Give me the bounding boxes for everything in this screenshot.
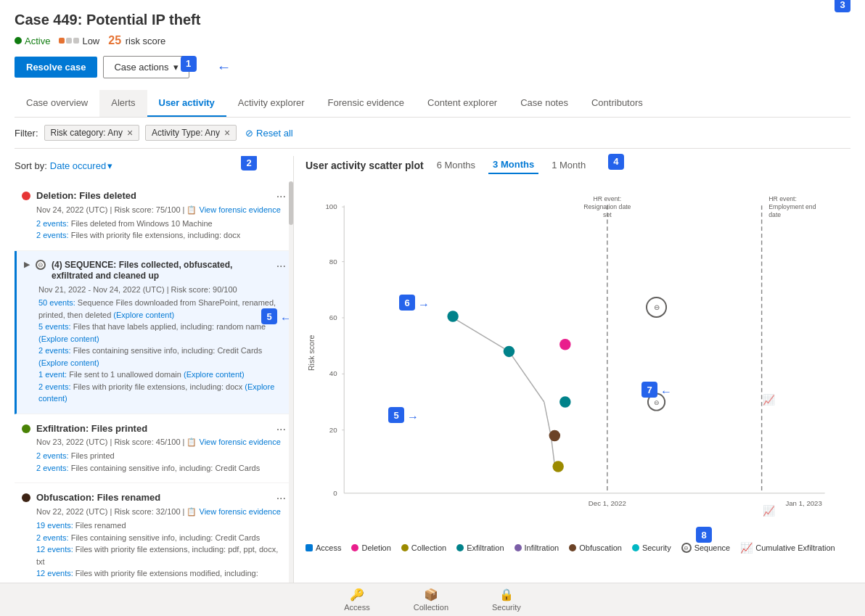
tab-case-overview[interactable]: Case overview — [15, 90, 99, 117]
case-actions-label: Case actions — [114, 62, 168, 73]
time-1-month-button[interactable]: 1 Month — [547, 157, 590, 173]
annotation-2: 2 — [241, 156, 257, 171]
time-6-months-button[interactable]: 6 Months — [432, 157, 480, 173]
explore-content-link[interactable]: (Explore content) — [38, 382, 274, 403]
cumulative-marker-2[interactable]: 📈 — [763, 505, 775, 517]
sort-date-link[interactable]: Date occured ▾ — [50, 160, 112, 171]
tab-user-activity[interactable]: User activity — [147, 90, 226, 117]
tab-case-notes[interactable]: Case notes — [509, 90, 580, 117]
event-line: 2 events: Files printed — [36, 450, 286, 462]
case-actions-button[interactable]: Case actions ▾ — [103, 56, 189, 78]
svg-text:100: 100 — [325, 202, 337, 210]
scatter-point-exfiltration-2[interactable] — [504, 346, 515, 357]
time-3-months-button[interactable]: 3 Months — [488, 156, 538, 174]
explore-content-link[interactable]: (Explore content) — [113, 311, 174, 319]
annotation-7-area: ← 7 — [660, 385, 672, 398]
resolve-case-button[interactable]: Resolve case — [15, 57, 97, 78]
scatter-point-exfiltration-3[interactable] — [559, 396, 570, 407]
exfiltration-dot — [22, 424, 30, 433]
svg-text:date: date — [768, 211, 781, 218]
tab-contributors[interactable]: Contributors — [580, 90, 655, 117]
scatter-header: User activity scatter plot 6 Months 3 Mo… — [306, 156, 839, 174]
activity-type-clear-icon[interactable]: × — [224, 128, 230, 138]
scatter-point-exfiltration-1[interactable] — [447, 311, 458, 321]
item-title: Obfuscation: Files renamed — [36, 492, 286, 504]
more-options-icon[interactable]: ··· — [276, 260, 286, 273]
severity-label: Low — [82, 36, 99, 46]
view-forensic-link[interactable]: 📋 View forensic evidence — [186, 438, 280, 446]
more-options-icon[interactable]: ··· — [276, 423, 286, 436]
arrow-left-icon: ← — [217, 59, 231, 75]
event-line: 1 event: File sent to 1 unallowed domain… — [38, 369, 286, 381]
svg-line-26 — [544, 402, 552, 437]
risk-category-chip[interactable]: Risk category: Any × — [44, 125, 140, 141]
obfuscation-dot — [22, 493, 30, 502]
bottom-nav-collection[interactable]: 📦 Collection — [414, 588, 448, 612]
item-events: 2 events: Files deleted from Windows 10 … — [36, 218, 286, 242]
legend-exfiltration-label: Exfiltration — [467, 543, 504, 552]
svg-text:Dec 1, 2022: Dec 1, 2022 — [589, 499, 626, 507]
scrollbar-track[interactable] — [289, 181, 293, 589]
activity-type-chip[interactable]: Activity Type: Any × — [145, 125, 237, 141]
reset-all-label: Reset all — [256, 128, 293, 139]
tab-forensic-evidence[interactable]: Forensic evidence — [316, 90, 417, 117]
annotation-1: 1 — [181, 56, 197, 72]
legend-sequence-icon: ⊖ — [681, 543, 692, 553]
scatter-point-obfuscation[interactable] — [549, 430, 560, 441]
tab-content-explorer[interactable]: Content explorer — [416, 90, 509, 117]
legend-exfiltration-icon — [456, 544, 464, 551]
main-content: Sort by: Date occured ▾ 2 Deletion: File… — [15, 156, 850, 589]
cumulative-marker-1[interactable]: 📈 — [763, 394, 775, 406]
more-options-icon[interactable]: ··· — [276, 492, 286, 505]
bottom-nav: 🔑 Access 📦 Collection 🔒 Security — [0, 583, 865, 616]
list-item[interactable]: ▶ ⊖ (4) SEQUENCE: Files collected, obfus… — [15, 251, 293, 414]
annotation-8: 8 — [696, 527, 712, 543]
item-title: Deletion: Files deleted — [36, 190, 286, 202]
filter-label: Filter: — [15, 128, 38, 139]
event-line: 19 events: Files renamed — [36, 520, 286, 532]
reset-all-button[interactable]: ⊘ Reset all — [245, 128, 293, 139]
tab-alerts[interactable]: Alerts — [99, 90, 147, 117]
view-forensic-link[interactable]: 📋 View forensic evidence — [186, 205, 280, 214]
chevron-down-icon: ▾ — [173, 62, 179, 73]
explore-content-link[interactable]: (Explore content) — [38, 358, 99, 367]
annotation-5-left: 5 — [261, 308, 277, 324]
event-line: 2 events: Files with priority file exten… — [38, 381, 286, 405]
event-line: 5 events: Files that have labels applied… — [38, 321, 286, 345]
activity-type-text: Activity Type: Any — [152, 128, 220, 138]
list-item[interactable]: Deletion: Files deleted ··· Nov 24, 2022… — [15, 181, 293, 251]
svg-text:Employment end: Employment end — [768, 203, 816, 210]
event-line: 2 events: Files containing sensitive inf… — [36, 462, 286, 475]
legend-infiltration: Infiltration — [515, 543, 559, 552]
legend-deletion: Deletion — [351, 543, 390, 552]
scrollbar-thumb[interactable] — [289, 181, 293, 225]
bottom-nav-access[interactable]: 🔑 Access — [344, 588, 369, 612]
view-forensic-link[interactable]: 📋 View forensic evidence — [186, 507, 280, 516]
scatter-point-deletion-1[interactable] — [559, 339, 570, 350]
more-options-icon[interactable]: ··· — [276, 190, 286, 203]
explore-content-link[interactable]: (Explore content) — [38, 334, 99, 343]
legend-obfuscation-label: Obfuscation — [579, 543, 622, 552]
legend-deletion-label: Deletion — [361, 543, 390, 552]
scatter-point-collection[interactable] — [552, 461, 563, 472]
arrow-right-5-icon: → — [407, 411, 419, 424]
risk-score-num: 25 — [108, 34, 121, 46]
explore-content-link[interactable]: (Explore content) — [184, 370, 245, 379]
svg-text:⊖: ⊖ — [654, 399, 660, 406]
svg-text:set: set — [603, 211, 612, 218]
security-icon: 🔒 — [499, 588, 514, 601]
arrow-left-7-icon: ← — [660, 385, 672, 398]
legend-sequence-label: Sequence — [694, 543, 731, 552]
svg-text:HR event:: HR event: — [768, 195, 797, 202]
legend-security: Security — [632, 543, 671, 552]
item-events: 19 events: Files renamed 2 events: Files… — [36, 520, 286, 580]
item-meta: Nov 24, 2022 (UTC) | Risk score: 75/100 … — [36, 205, 286, 215]
list-item[interactable]: Obfuscation: Files renamed ··· Nov 22, 2… — [15, 483, 293, 588]
expand-icon[interactable]: ▶ — [24, 260, 30, 269]
nav-tabs: Case overview Alerts User activity Activ… — [15, 90, 850, 118]
list-item[interactable]: Exfiltration: Files printed ··· Nov 23, … — [15, 414, 293, 484]
risk-category-clear-icon[interactable]: × — [127, 128, 133, 138]
case-meta: Active Low 25 risk score — [15, 34, 850, 47]
bottom-nav-security[interactable]: 🔒 Security — [492, 588, 521, 612]
tab-activity-explorer[interactable]: Activity explorer — [226, 90, 316, 117]
